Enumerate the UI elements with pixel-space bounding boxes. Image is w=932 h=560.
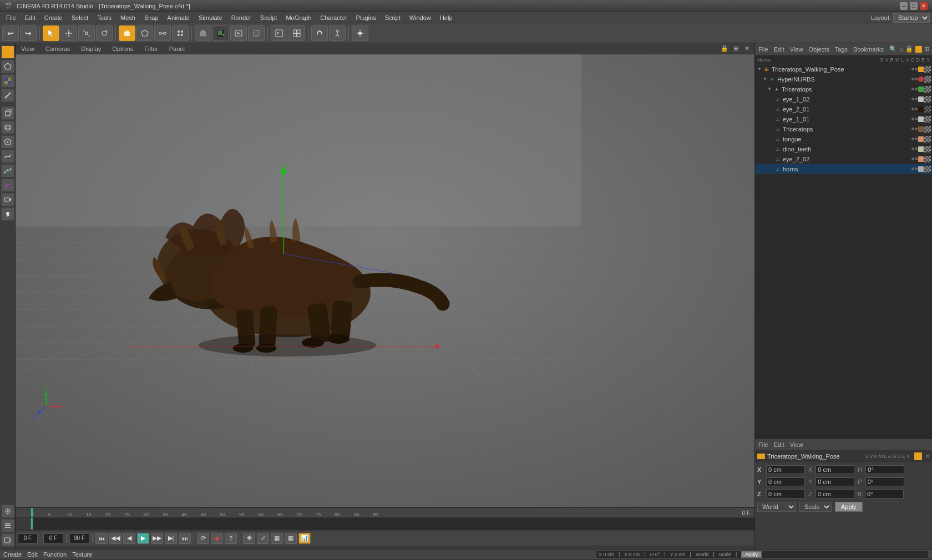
mat-toolbar-create[interactable]: Create	[3, 551, 22, 558]
coord-x-input[interactable]	[766, 465, 805, 474]
point-mode-button[interactable]	[172, 26, 189, 41]
tool-mode-edge[interactable]	[1, 89, 14, 102]
go-to-end-button[interactable]: ⏭	[179, 533, 191, 544]
menu-window[interactable]: Window	[406, 13, 435, 22]
obj-menu-objects[interactable]: Objects	[808, 46, 829, 53]
menu-plugins[interactable]: Plugins	[352, 13, 380, 22]
tree-row-root[interactable]: ▼ ⊞ Triceratops_Walking_Pose	[755, 64, 932, 74]
tool-camera[interactable]	[1, 193, 14, 206]
obj-menu-view[interactable]: View	[790, 46, 803, 53]
layout-dropdown[interactable]: Startup	[893, 13, 930, 23]
coord-x2-input[interactable]	[816, 465, 854, 474]
move-tool-button[interactable]	[60, 26, 77, 41]
mat-toolbar-texture[interactable]: Texture	[72, 551, 92, 558]
magnet-button[interactable]	[311, 26, 328, 41]
autokey-button[interactable]: ?	[225, 533, 237, 544]
tree-expand-root[interactable]: ▼	[757, 67, 762, 72]
tool-mode-object[interactable]	[1, 60, 14, 73]
select-tool-button[interactable]	[43, 26, 59, 41]
tool-deformer[interactable]	[1, 179, 14, 192]
coord-p-input[interactable]	[865, 477, 904, 486]
loop-button[interactable]: ⟳	[197, 533, 209, 544]
tool-polygon[interactable]	[1, 135, 14, 149]
next-key-button[interactable]: ▶▶	[151, 533, 163, 544]
undo-button[interactable]: ↩	[2, 26, 19, 41]
tool-mode-texture[interactable]	[1, 74, 14, 88]
menu-sculpt[interactable]: Sculpt	[256, 13, 281, 22]
object-mode-button[interactable]	[119, 26, 135, 41]
tool-cube[interactable]	[1, 106, 14, 120]
tool-nurbs[interactable]	[1, 164, 14, 177]
lock-icon[interactable]: 🔒	[905, 45, 913, 53]
home-icon[interactable]: ⌂	[899, 46, 903, 53]
tree-row-eye-2-02[interactable]: △ eye_2_02	[755, 154, 932, 164]
scale-playback-button[interactable]: ⤢	[257, 533, 269, 544]
frame-end-input[interactable]	[69, 533, 89, 543]
render-to-picture-button[interactable]	[230, 26, 247, 41]
go-to-start-button[interactable]: ⏮	[95, 533, 108, 544]
viewport-menu-filter[interactable]: Filter	[142, 44, 160, 53]
dope-sheet-button[interactable]: ▦	[285, 533, 297, 544]
obj-menu-file[interactable]: File	[758, 46, 768, 53]
menu-mograph[interactable]: MoGraph	[282, 13, 315, 22]
tree-row-triceratops-poly[interactable]: △ Triceratops	[755, 124, 932, 134]
tree-row-triceratops-group[interactable]: ▼ ▲ Triceratops	[755, 84, 932, 94]
menu-animate[interactable]: Animate	[164, 13, 194, 22]
menu-snap[interactable]: Snap	[140, 13, 163, 22]
frame-input-current[interactable]	[43, 533, 63, 543]
tool-snap[interactable]	[1, 505, 14, 518]
props-menu-file[interactable]: File	[758, 441, 768, 448]
menu-create[interactable]: Create	[40, 13, 67, 22]
redo-button[interactable]: ↪	[20, 26, 37, 41]
tree-row-eye-1-01[interactable]: △ eye_1_01	[755, 114, 932, 124]
tool-tags[interactable]	[1, 533, 14, 547]
coord-z-input[interactable]	[766, 490, 805, 498]
menu-select[interactable]: Select	[68, 13, 93, 22]
viewport-menu-display[interactable]: Display	[79, 44, 103, 53]
rigging-button[interactable]	[329, 26, 346, 41]
menu-help[interactable]: Help	[436, 13, 457, 22]
rotate-tool-button[interactable]	[96, 26, 113, 41]
viewport-menu-panel[interactable]: Panel	[167, 44, 187, 53]
tree-row-tongue[interactable]: △ tongue	[755, 134, 932, 144]
scale-dropdown[interactable]: Scale Size	[799, 502, 832, 512]
mat-toolbar-function[interactable]: Function	[43, 551, 67, 558]
obj-menu-tags[interactable]: Tags	[835, 46, 848, 53]
primitive-button[interactable]	[195, 26, 211, 41]
frame-input-left[interactable]	[18, 533, 38, 543]
props-menu-view[interactable]: View	[790, 441, 803, 448]
obj-expand-icon[interactable]: ⊞	[924, 45, 929, 53]
coord-b-input[interactable]	[865, 490, 904, 498]
obj-menu-edit[interactable]: Edit	[774, 46, 784, 53]
mini-apply-button[interactable]: Apply	[741, 551, 762, 558]
coord-h-input[interactable]	[865, 465, 904, 474]
filter-playback-button[interactable]: ▦	[271, 533, 283, 544]
tree-row-eye-1-02[interactable]: △ eye_1_02	[755, 94, 932, 104]
tool-mode-model[interactable]	[1, 45, 14, 59]
menu-simulate[interactable]: Simulate	[195, 13, 226, 22]
scale-tool-button[interactable]	[78, 26, 95, 41]
viewport-menu-cameras[interactable]: Cameras	[43, 44, 73, 53]
props-menu-edit[interactable]: Edit	[774, 441, 784, 448]
props-close-icon[interactable]: ✕	[925, 453, 930, 459]
world-dropdown[interactable]: World Object Camera	[757, 502, 796, 512]
search-icon[interactable]: 🔍	[889, 45, 897, 53]
obj-menu-bookmarks[interactable]: Bookmarks	[853, 46, 884, 53]
apply-button[interactable]: Apply	[835, 502, 863, 512]
timeline-button[interactable]: 📊	[298, 533, 311, 544]
tree-row-horns[interactable]: △ horns	[755, 164, 932, 174]
tree-expand-group[interactable]: ▼	[767, 86, 772, 91]
coord-y2-input[interactable]	[816, 477, 854, 486]
viewport-icon-close[interactable]: ✕	[742, 44, 751, 53]
viewport-icon-lock[interactable]: 🔒	[720, 44, 729, 53]
menu-file[interactable]: File	[2, 13, 20, 22]
render-region-button[interactable]	[248, 26, 265, 41]
menu-edit[interactable]: Edit	[21, 13, 39, 22]
prev-frame-button[interactable]: ◀◀	[109, 533, 121, 544]
record-button[interactable]: ⏺	[211, 533, 223, 544]
viewport-menu-view[interactable]: View	[19, 44, 37, 53]
edge-mode-button[interactable]	[154, 26, 171, 41]
timeline-ruler[interactable]: 0 5 10 15 20 25 30 35 40 45 50 55 60 65 …	[16, 508, 754, 518]
coord-y-input[interactable]	[766, 477, 805, 486]
tool-layers[interactable]	[1, 519, 14, 532]
